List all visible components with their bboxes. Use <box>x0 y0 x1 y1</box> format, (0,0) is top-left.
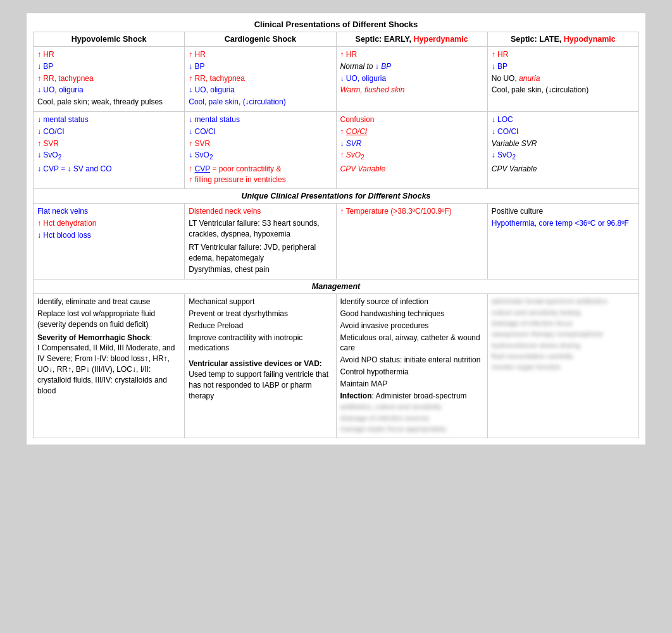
cardiogenic-hemo: ↓ mental status ↓ CO/CI ↑ SVR ↓ SvO2 ↑ C… <box>185 111 336 188</box>
septic-early-management-blurred: antibiotics, culture and sensitivity dra… <box>340 402 483 434</box>
management-section-header: Management <box>34 280 639 294</box>
main-table: Hypovolemic Shock Cardiogenic Shock Sept… <box>33 32 639 438</box>
septic-late-unique: Positive culture Hypothermia, core temp … <box>487 204 638 280</box>
septic-early-management: Identify source of infection Good handwa… <box>336 294 487 438</box>
main-container: Clinical Presentations of Different Shoc… <box>26 13 646 445</box>
hypovolemic-unique: Flat neck veins ↑ Hct dehydration ↓ Hct … <box>34 204 185 280</box>
septic-early-vitals: ↑ HR Normal to ↓ BP ↓ UO, oliguria Warm,… <box>336 47 487 112</box>
hypovolemic-management: Identify, eliminate and treat cause Repl… <box>34 294 185 438</box>
col-header-septic-early: Septic: EARLY, Hyperdynamic <box>336 32 487 47</box>
septic-late-hemo: ↓ LOC ↓ CO/CI Variable SVR ↓ SvO2 CPV Va… <box>487 111 638 188</box>
col-header-septic-late: Septic: LATE, Hypodynamic <box>487 32 638 47</box>
septic-early-unique: ↑ Temperature (>38.3ºC/100.9ºF) <box>336 204 487 280</box>
cardiogenic-unique: Distended neck veins LT Ventricular fail… <box>185 204 336 280</box>
main-title: Clinical Presentations of Different Shoc… <box>33 20 639 29</box>
hypovolemic-vitals: ↑ HR ↓ BP ↑ RR, tachypnea ↓ UO, oliguria… <box>34 47 185 112</box>
septic-late-management: administer broad-spectrum antibiotics cu… <box>487 294 638 438</box>
septic-early-hemo: Confusion ↑ CO/CI ↓ SVR ↑ SvO2 CPV Varia… <box>336 111 487 188</box>
septic-late-vitals: ↑ HR ↓ BP No UO, anuria Cool, pale skin,… <box>487 47 638 112</box>
unique-section-header: Unique Clinical Presentations for Differ… <box>34 189 639 204</box>
hypovolemic-hemo: ↓ mental status ↓ CO/CI ↑ SVR ↓ SvO2 ↓ C… <box>34 111 185 188</box>
cardiogenic-management: Mechanical support Prevent or treat dysr… <box>185 294 336 438</box>
septic-late-management-blurred: administer broad-spectrum antibiotics cu… <box>492 297 635 372</box>
cardiogenic-vitals: ↑ HR ↓ BP ↑ RR, tachypnea ↓ UO, oliguria… <box>185 47 336 112</box>
col-header-hypovolemic: Hypovolemic Shock <box>34 32 185 47</box>
col-header-cardiogenic: Cardiogenic Shock <box>185 32 336 47</box>
